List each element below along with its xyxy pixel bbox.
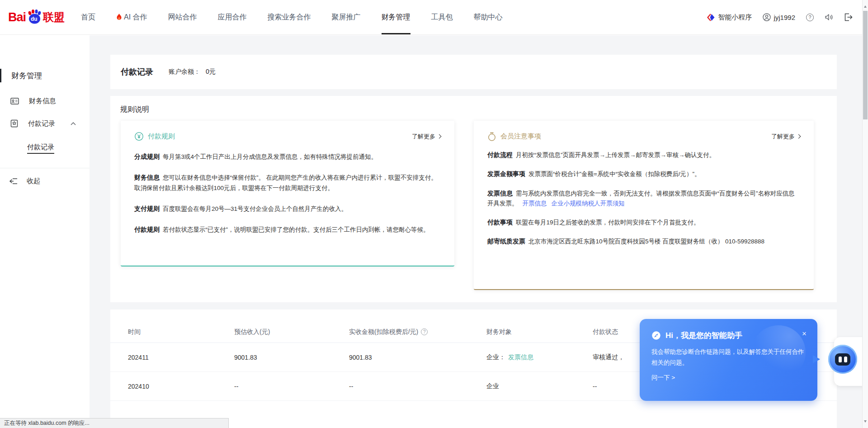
nav-label: 网站合作	[168, 13, 197, 22]
rules-panel: 规则说明 付款规则 了解更多 分成规则每月第3或4个工作日产出上月分成信息及发票…	[110, 96, 837, 302]
sidebar-item-finance-info[interactable]: 财务信息	[10, 94, 84, 108]
collapse-icon	[9, 178, 18, 185]
rule-term: 支付规则	[134, 205, 160, 212]
flame-icon	[116, 14, 122, 21]
rule-item: 财务信息您可以在财务信息中选择“保留付款”。 在此期间您产生的收入将在账户内进行…	[134, 172, 441, 193]
assistant-message: 我会帮助您诊断合作链路问题，以及解答您关于任何合作相关的问题。	[640, 341, 817, 369]
rules-heading: 规则说明	[110, 96, 837, 114]
nav-item-ai-cooperation[interactable]: AI 合作	[116, 0, 147, 34]
rule-text: 若付款状态显示“已支付”，说明联盟已安排了您的付款。支付后三个工作日内到帐，请您…	[163, 226, 429, 233]
record-badge-icon	[10, 119, 18, 128]
member-notes-title: 会员注意事项	[500, 132, 541, 141]
nav-item-app-cooperation[interactable]: 应用合作	[218, 0, 247, 34]
rule-term: 发票金额事项	[487, 170, 525, 177]
nav-item-search-business[interactable]: 搜索业务合作	[268, 0, 311, 34]
payment-rules-more-link[interactable]: 了解更多	[412, 133, 441, 141]
cell-estimated-income: 9001.83	[234, 354, 349, 361]
nav-label: 财务管理	[382, 13, 410, 22]
user-account[interactable]: jyj1992	[763, 13, 795, 21]
coin-yen-icon	[134, 132, 144, 141]
close-icon[interactable]: ×	[802, 330, 807, 338]
rule-term: 财务信息	[134, 174, 160, 181]
help-icon[interactable]: ?	[806, 14, 814, 21]
collapse-label: 收起	[27, 177, 40, 185]
id-card-icon	[10, 97, 19, 105]
rule-item: 发票金额事项发票票面“价税合计”金额=系统中“实收金额（扣除税费后/元）”。	[487, 169, 800, 179]
rule-text: 每月第3或4个工作日产出上月分成信息及发票信息，如有特殊情况将提前通知。	[163, 153, 377, 160]
sidebar-subitem-label: 付款记录	[27, 143, 54, 154]
nav-item-home[interactable]: 首页	[81, 0, 95, 34]
cell-time: 202410	[128, 383, 234, 390]
browser-status-bar: 正在等待 xlab.baidu.com 的响应...	[0, 418, 229, 428]
nav-item-help-center[interactable]: 帮助中心	[474, 0, 503, 34]
robot-eye	[844, 357, 847, 362]
ask-now-link[interactable]: 问一下 >	[640, 369, 817, 382]
cell-estimated-income: --	[234, 383, 349, 390]
nav-label: 应用合作	[218, 13, 247, 22]
active-section-indicator	[0, 69, 1, 82]
rule-item: 发票信息需与系统内发票信息内容完全一致，否则无法支付。请根据发票信息页面中“百度…	[487, 188, 800, 209]
column-help-icon[interactable]: ?	[421, 328, 428, 335]
logout-icon[interactable]	[844, 13, 853, 21]
chevron-right-icon	[797, 134, 801, 139]
column-header-time: 时间	[128, 328, 234, 336]
nav-label: AI 合作	[124, 13, 147, 22]
sidebar-item-label: 财务信息	[29, 97, 56, 105]
rule-item: 邮寄纸质发票北京市海淀区西北旺东路10号院百度科技园5号楼 百度联盟财务组（收）…	[487, 236, 800, 247]
sidebar-section-finance-management[interactable]: 财务管理	[11, 71, 42, 81]
nav-label: 聚屏推广	[332, 13, 361, 22]
primary-nav: 首页 AI 合作 网站合作 应用合作 搜索业务合作 聚屏推广 财务管理 工具包 …	[81, 0, 503, 34]
column-header-estimated-income: 预估收入(元)	[234, 328, 349, 336]
nav-item-screen-promotion[interactable]: 聚屏推广	[332, 0, 361, 34]
miniprogram-icon	[707, 13, 715, 22]
sidebar-collapse-button[interactable]: 收起	[9, 177, 40, 185]
page-scrollbar[interactable]	[862, 0, 868, 428]
column-header-finance-target: 财务对象	[486, 328, 593, 336]
nav-right-cluster: 智能小程序 jyj1992 ?	[707, 0, 853, 34]
rule-term: 发票信息	[487, 190, 513, 197]
nav-item-finance-management[interactable]: 财务管理	[382, 0, 410, 34]
assistant-title: Hi，我是您的智能助手	[665, 330, 742, 341]
rule-item: 付款事项联盟在每月19日之后签收的发票，付款时间安排在下个月首批支付。	[487, 217, 800, 228]
rule-item: 付款流程月初按“发票信息”页面开具发票→上传发票→邮寄发票→审核→确认支付。	[487, 150, 800, 160]
page-header-panel: 付款记录 账户余额： 0元	[110, 55, 837, 89]
rule-text: 北京市海淀区西北旺东路10号院百度科技园5号楼 百度联盟财务组（收） 010-5…	[528, 238, 764, 245]
chevron-right-icon	[437, 134, 442, 139]
small-taxpayer-notice-link[interactable]: 企业小规模纳税人开票须知	[552, 200, 625, 207]
smart-miniprogram-link[interactable]: 智能小程序	[707, 13, 752, 22]
rule-text: 百度联盟会在每月20号—31号支付企业会员上个自然月产生的收入。	[163, 205, 347, 212]
logo-text-bai: Bai	[8, 10, 26, 24]
sidebar-item-payment-records[interactable]: 付款记录	[10, 117, 84, 130]
nav-item-website-cooperation[interactable]: 网站合作	[168, 0, 197, 34]
robot-assistant-avatar[interactable]	[828, 345, 857, 374]
announcement-speaker-icon[interactable]	[825, 13, 833, 21]
rule-term: 付款事项	[487, 219, 513, 226]
sidebar-item-label: 付款记录	[28, 119, 55, 128]
robot-eye	[839, 357, 842, 362]
more-label: 了解更多	[771, 133, 795, 141]
rule-item: 付款规则若付款状态显示“已支付”，说明联盟已安排了您的付款。支付后三个工作日内到…	[134, 224, 441, 235]
scroll-down-arrow-icon[interactable]	[864, 420, 867, 424]
invoice-info-table-link[interactable]: 发票信息	[508, 353, 533, 361]
scroll-up-arrow-icon[interactable]	[864, 4, 867, 8]
popup-tail	[813, 355, 824, 363]
scrollbar-thumb[interactable]	[863, 11, 868, 119]
logo-text-du: du	[31, 16, 38, 22]
baidu-union-logo[interactable]: Bai du 联盟	[8, 0, 65, 34]
sidebar-subitem-payment-records[interactable]: 付款记录	[27, 143, 54, 152]
rule-item: 分成规则每月第3或4个工作日产出上月分成信息及发票信息，如有特殊情况将提前通知。	[134, 152, 441, 162]
payment-rules-title: 付款规则	[148, 132, 175, 141]
cell-finance-target: 企业：	[486, 353, 505, 361]
nav-item-toolkit[interactable]: 工具包	[431, 0, 453, 34]
smart-assistant-popup: Hi，我是您的智能助手 × 我会帮助您诊断合作链路问题，以及解答您关于任何合作相…	[640, 319, 817, 401]
rule-term: 邮寄纸质发票	[487, 238, 525, 245]
baidu-paw-icon: du	[27, 9, 42, 25]
nav-label: 帮助中心	[474, 13, 503, 22]
account-balance-value: 0元	[206, 68, 216, 76]
column-header-actual-amount: 实收金额(扣除税费后/元)	[349, 328, 418, 336]
invoice-info-link[interactable]: 开票信息	[523, 200, 547, 207]
chevron-up-icon	[71, 122, 76, 125]
member-notes-more-link[interactable]: 了解更多	[771, 133, 800, 141]
payment-rules-card: 付款规则 了解更多 分成规则每月第3或4个工作日产出上月分成信息及发票信息，如有…	[121, 121, 454, 266]
nav-label: 首页	[81, 13, 95, 22]
